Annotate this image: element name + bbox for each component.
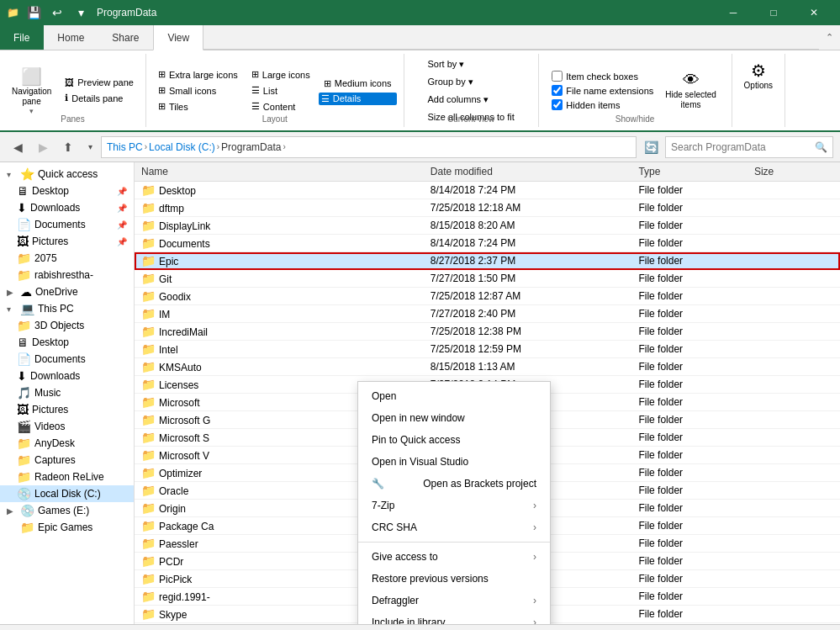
sidebar-this-pc[interactable]: ▾ 💻 This PC: [0, 300, 134, 317]
table-row[interactable]: 📁Intel7/25/2018 12:59 PMFile folder: [135, 341, 840, 358]
details-pane-btn[interactable]: ℹ Details pane: [60, 91, 139, 105]
sidebar-radeon[interactable]: 📁 Radeon ReLive: [0, 469, 134, 485]
sidebar-downloads-pc[interactable]: ⬇ Downloads: [0, 368, 134, 384]
tab-share[interactable]: Share: [98, 25, 153, 50]
minimize-button[interactable]: ─: [714, 0, 753, 25]
sidebar-desktop-pc[interactable]: 🖥 Desktop: [0, 334, 134, 351]
tab-file[interactable]: File: [0, 25, 44, 50]
item-check-boxes-checkbox[interactable]: [552, 71, 563, 82]
address-path[interactable]: This PC › Local Disk (C:) › ProgramData …: [101, 136, 637, 158]
file-name-cell: 📁DisplayLink: [135, 217, 424, 235]
col-type[interactable]: Type: [631, 162, 748, 182]
sidebar-documents-pc[interactable]: 📄 Documents: [0, 351, 134, 368]
table-row[interactable]: 📁Epic8/27/2018 2:37 PMFile folder: [135, 252, 840, 270]
context-menu-item[interactable]: Pin to Quick access: [358, 429, 550, 451]
table-row[interactable]: 📁IM7/27/2018 2:40 PMFile folder: [135, 305, 840, 323]
path-local-disk[interactable]: Local Disk (C:): [149, 141, 215, 153]
sidebar-videos[interactable]: 🎬 Videos: [0, 418, 134, 435]
sidebar-rabishrestha[interactable]: 📁 rabishrestha-: [0, 267, 134, 283]
context-menu-item[interactable]: Give access to›: [358, 546, 550, 568]
group-by-btn[interactable]: Group by ▾: [422, 75, 478, 89]
path-program-data[interactable]: ProgramData: [221, 141, 281, 153]
table-row[interactable]: 📁Git7/27/2018 1:50 PMFile folder: [135, 270, 840, 288]
sidebar-local-disk-c[interactable]: 💿 Local Disk (C:): [0, 485, 134, 502]
ribbon-collapse-btn[interactable]: ⌃: [819, 25, 840, 50]
small-icons-btn[interactable]: ⊞ Small icons: [153, 83, 243, 98]
file-name: IM: [159, 309, 170, 320]
recent-locations-btn[interactable]: ▾: [82, 136, 98, 158]
context-menu-item[interactable]: CRC SHA›: [358, 516, 550, 538]
table-row[interactable]: 📁KMSAuto8/15/2018 1:13 AMFile folder: [135, 358, 840, 376]
navigation-pane-btn[interactable]: ⬜ Navigationpane ▾: [7, 63, 56, 119]
tab-home[interactable]: Home: [44, 25, 98, 50]
search-input[interactable]: [671, 141, 811, 153]
context-menu-item[interactable]: Open in new window: [358, 407, 550, 429]
tiles-btn[interactable]: ⊞ Tiles: [153, 99, 243, 114]
context-menu-item[interactable]: Restore previous versions: [358, 568, 550, 590]
sidebar-desktop-pinned[interactable]: 🖥 Desktop 📌: [0, 183, 134, 199]
context-menu-item[interactable]: 🔧 Open as Brackets project: [358, 473, 550, 495]
hidden-items-checkbox[interactable]: [552, 99, 563, 110]
file-name-extensions-checkbox[interactable]: [552, 85, 563, 96]
context-menu-item[interactable]: Open: [358, 385, 550, 407]
table-row[interactable]: 📁Desktop8/14/2018 7:24 PMFile folder: [135, 182, 840, 199]
close-button[interactable]: ✕: [795, 0, 833, 25]
table-row[interactable]: 📁Goodix7/25/2018 12:87 AMFile folder: [135, 288, 840, 305]
file-type-cell: File folder: [631, 535, 748, 553]
sidebar-downloads-pinned[interactable]: ⬇ Downloads 📌: [0, 199, 134, 216]
hide-selected-items-btn[interactable]: 👁 Hide selecteditems: [660, 67, 721, 114]
sidebar-epic-games[interactable]: 📁 Epic Games: [0, 519, 134, 536]
col-name[interactable]: Name: [135, 162, 424, 182]
search-bar[interactable]: 🔍: [665, 136, 833, 158]
col-size[interactable]: Size: [748, 162, 840, 182]
context-menu-item[interactable]: 7-Zip›: [358, 495, 550, 516]
list-btn[interactable]: ☰ List: [246, 83, 315, 98]
sidebar-3d-objects[interactable]: 📁 3D Objects: [0, 317, 134, 334]
preview-pane-btn[interactable]: 🖼 Preview pane: [60, 76, 139, 89]
sidebar-anydesk[interactable]: 📁 AnyDesk: [0, 435, 134, 452]
content-btn[interactable]: ☰ Content: [246, 99, 315, 114]
sidebar-onedrive[interactable]: ▶ ☁ OneDrive: [0, 283, 134, 300]
sidebar-games-e[interactable]: ▶ 💿 Games (E:): [0, 502, 134, 519]
hidden-items-option[interactable]: Hidden items: [548, 98, 657, 111]
qa-dropdown-btn[interactable]: ▾: [71, 3, 90, 22]
table-row[interactable]: 📁IncrediMail7/25/2018 12:38 PMFile folde…: [135, 323, 840, 341]
add-columns-btn[interactable]: Add columns ▾: [422, 93, 494, 107]
file-size-cell: [748, 553, 840, 570]
back-button[interactable]: ◀: [7, 136, 29, 158]
sidebar-documents-pinned[interactable]: 📄 Documents 📌: [0, 216, 134, 233]
sort-by-btn[interactable]: Sort by ▾: [422, 57, 469, 71]
context-menu-item[interactable]: Open in Visual Studio: [358, 451, 550, 473]
maximize-button[interactable]: □: [754, 0, 793, 25]
sidebar-2075[interactable]: 📁 2075: [0, 250, 134, 267]
qa-undo-btn[interactable]: ↩: [48, 3, 66, 22]
file-name: Intel: [159, 344, 178, 356]
sidebar-quick-access[interactable]: ▾ ⭐ Quick access: [0, 166, 134, 183]
sidebar-pictures-pinned[interactable]: 🖼 Pictures 📌: [0, 233, 134, 250]
qa-save-btn[interactable]: 💾: [24, 3, 43, 22]
context-menu-item[interactable]: Include in library›: [358, 611, 550, 624]
file-size-cell: [748, 376, 840, 394]
details-btn[interactable]: ☰ Details: [319, 93, 397, 105]
onedrive-label: OneDrive: [35, 286, 78, 298]
up-button[interactable]: ⬆: [57, 136, 79, 158]
extra-large-icons-btn[interactable]: ⊞ Extra large icons: [153, 67, 243, 82]
table-row[interactable]: 📁dftmp7/25/2018 12:18 AMFile folder: [135, 199, 840, 217]
col-date[interactable]: Date modified: [424, 162, 632, 182]
medium-icons-btn[interactable]: ⊞ Medium icons: [319, 77, 397, 91]
path-this-pc[interactable]: This PC: [107, 141, 143, 153]
sidebar-captures[interactable]: 📁 Captures: [0, 452, 134, 469]
file-name-cell: 📁Goodix: [135, 288, 424, 305]
sidebar-music[interactable]: 🎵 Music: [0, 384, 134, 401]
tab-view[interactable]: View: [153, 25, 203, 50]
file-name-extensions-option[interactable]: File name extensions: [548, 84, 657, 97]
context-menu-item[interactable]: Defraggler›: [358, 590, 550, 611]
refresh-button[interactable]: 🔄: [640, 136, 662, 158]
sidebar-pictures-pc[interactable]: 🖼 Pictures: [0, 401, 134, 418]
forward-button[interactable]: ▶: [32, 136, 54, 158]
table-row[interactable]: 📁DisplayLink8/15/2018 8:20 AMFile folder: [135, 217, 840, 235]
table-row[interactable]: 📁Documents8/14/2018 7:24 PMFile folder: [135, 235, 840, 252]
large-icons-btn[interactable]: ⊞ Large icons: [246, 67, 315, 82]
options-btn[interactable]: ⚙ Options: [739, 57, 778, 93]
item-check-boxes-option[interactable]: Item check boxes: [548, 70, 657, 82]
